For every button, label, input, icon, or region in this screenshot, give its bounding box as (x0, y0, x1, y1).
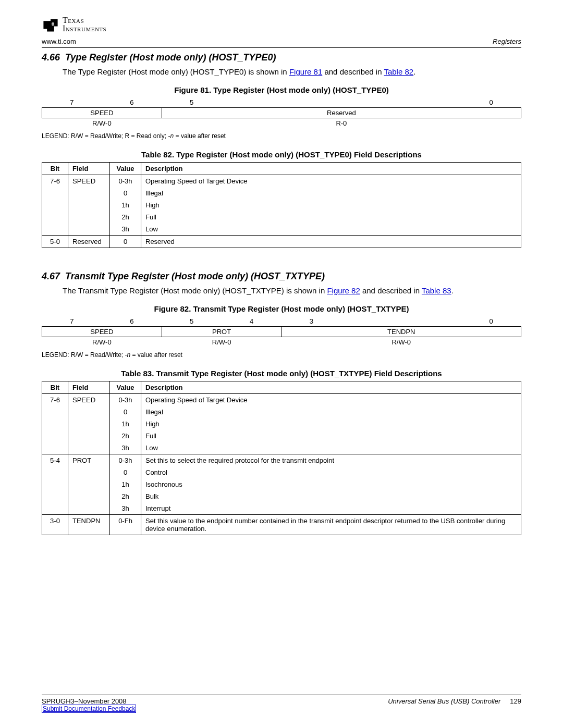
section-467-body: The Transmit Type Register (Host mode on… (63, 285, 521, 296)
table-cell-bit (42, 199, 68, 211)
section-466-heading: 4.66 Type Register (Host mode only) (HOS… (42, 52, 521, 63)
ti-logo: ti Texas Instruments (42, 16, 106, 33)
table-header: Value (110, 381, 141, 394)
body-text: . (413, 67, 415, 76)
table-cell-bit (42, 502, 68, 515)
table-row: 5-0Reserved0Reserved (42, 236, 521, 248)
table-83-caption: Table 83. Transmit Type Register (Host m… (42, 369, 521, 378)
table-cell-field: TENDPN (68, 515, 110, 535)
bit-number: 5 (162, 316, 222, 327)
table-cell-desc: Illegal (141, 187, 521, 199)
table-82-link[interactable]: Table 82 (384, 67, 413, 76)
register-access: R/W-0 (42, 118, 162, 129)
table-row: 2hFull (42, 430, 521, 442)
bit-number (401, 97, 461, 108)
body-text: The Transmit Type Register (Host mode on… (63, 286, 327, 295)
bit-number: 0 (461, 316, 521, 327)
table-cell-bit (42, 478, 68, 490)
table-cell-bit (42, 442, 68, 454)
figure-82-link[interactable]: Figure 82 (327, 286, 360, 295)
table-row: 1hIsochronous (42, 478, 521, 490)
bit-number: 7 (42, 316, 102, 327)
ti-chip-icon: ti (42, 16, 59, 33)
table-cell-bit (42, 223, 68, 236)
table-cell-desc: Interrupt (141, 502, 521, 515)
figure-81-caption: Figure 81. Type Register (Host mode only… (42, 85, 521, 94)
table-cell-bit (42, 187, 68, 199)
table-cell-value: 3h (110, 442, 141, 454)
table-cell-value: 1h (110, 199, 141, 211)
table-cell-bit (42, 418, 68, 430)
table-cell-bit: 5-4 (42, 454, 68, 467)
table-cell-value: 0-Fh (110, 515, 141, 535)
table-cell-field (68, 478, 110, 490)
table-cell-desc: Illegal (141, 406, 521, 418)
legend-text: = value after reset (174, 132, 226, 140)
table-cell-desc: Reserved (141, 236, 521, 248)
bit-number (282, 97, 341, 108)
register-field: PROT (162, 327, 282, 337)
table-cell-field (68, 430, 110, 442)
table-cell-value: 0 (110, 236, 141, 248)
bit-number (341, 316, 401, 327)
table-cell-desc: High (141, 418, 521, 430)
table-header: Bit (42, 381, 68, 394)
section-466-body: The Type Register (Host mode only) (HOST… (63, 66, 521, 77)
table-cell-value: 2h (110, 430, 141, 442)
section-467-heading: 4.67 Transmit Type Register (Host mode o… (42, 271, 521, 282)
table-82-caption: Table 82. Type Register (Host mode only)… (42, 150, 521, 159)
bit-number (222, 97, 282, 108)
table-cell-field (68, 223, 110, 236)
bit-number: 0 (461, 97, 521, 108)
page-number: 129 (510, 697, 521, 705)
table-cell-desc: Isochronous (141, 478, 521, 490)
table-cell-field (68, 502, 110, 515)
table-header: Description (141, 381, 521, 394)
figure-81-link[interactable]: Figure 81 (289, 67, 322, 76)
table-cell-field (68, 211, 110, 223)
legend-text: = value after reset (130, 351, 182, 359)
table-cell-field (68, 442, 110, 454)
table-cell-value: 0-3h (110, 454, 141, 467)
table-83-link[interactable]: Table 83 (422, 286, 451, 295)
table-cell-value: 0 (110, 187, 141, 199)
table-cell-desc: Low (141, 442, 521, 454)
table-83: BitFieldValueDescription7-6SPEED0-3hOper… (42, 381, 521, 535)
table-cell-field (68, 466, 110, 478)
table-cell-desc: Set this to select the required protocol… (141, 454, 521, 467)
table-cell-field (68, 199, 110, 211)
table-cell-bit (42, 490, 68, 502)
body-text: and described in (322, 67, 384, 76)
table-row: 7-6SPEED0-3hOperating Speed of Target De… (42, 175, 521, 188)
feedback-link[interactable]: Submit Documentation Feedback (42, 705, 136, 713)
register-field: SPEED (42, 327, 162, 337)
register-access: R/W-0 (282, 337, 521, 348)
table-cell-desc: Full (141, 430, 521, 442)
table-cell-bit: 5-0 (42, 236, 68, 248)
table-row: 3hLow (42, 223, 521, 236)
table-row: 2hFull (42, 211, 521, 223)
figure-81-legend: LEGEND: R/W = Read/Write; R = Read only;… (42, 132, 521, 140)
page-header: ti Texas Instruments (42, 16, 521, 33)
table-cell-desc: Low (141, 223, 521, 236)
table-row: 7-6SPEED0-3hOperating Speed of Target De… (42, 394, 521, 406)
table-cell-bit: 7-6 (42, 175, 68, 188)
legend-text: LEGEND: R/W = Read/Write; - (42, 351, 127, 359)
section-title: Transmit Type Register (Host mode only) … (65, 271, 325, 281)
table-cell-value: 0 (110, 466, 141, 478)
url-text[interactable]: www.ti.com (42, 38, 76, 45)
table-cell-bit: 7-6 (42, 394, 68, 406)
figure-82-caption: Figure 82. Transmit Type Register (Host … (42, 304, 521, 313)
table-cell-bit (42, 211, 68, 223)
table-cell-bit (42, 406, 68, 418)
table-cell-field: Reserved (68, 236, 110, 248)
table-cell-bit (42, 430, 68, 442)
table-row: 3hLow (42, 442, 521, 454)
body-text: The Type Register (Host mode only) (HOST… (63, 67, 289, 76)
section-number: 4.66 (42, 52, 63, 63)
section-number: 4.67 (42, 271, 63, 282)
table-cell-desc: High (141, 199, 521, 211)
meta-row: www.ti.com Registers (42, 35, 521, 48)
page-footer: SPRUGH3–November 2008 Universal Serial B… (42, 695, 521, 712)
table-header: Value (110, 163, 141, 175)
